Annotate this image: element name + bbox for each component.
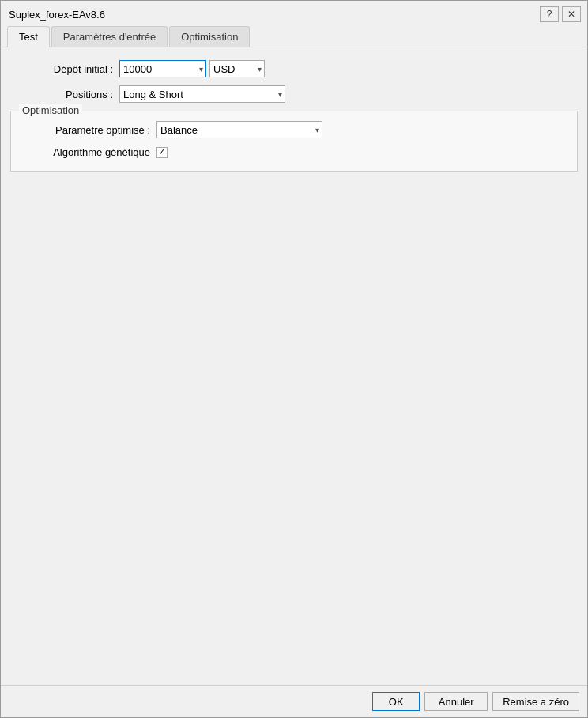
main-window: Suplex_forex-EAv8.6 ? ✕ Test Paramètres … <box>0 0 588 718</box>
title-bar-right: ? ✕ <box>540 6 581 22</box>
algorithme-row: Algorithme génétique <box>24 146 564 158</box>
title-bar: Suplex_forex-EAv8.6 ? ✕ <box>1 1 587 26</box>
tab-test[interactable]: Test <box>7 26 50 47</box>
window-title: Suplex_forex-EAv8.6 <box>9 9 105 21</box>
depot-label: Dépôt initial : <box>10 63 113 75</box>
algorithme-checkbox[interactable] <box>156 147 168 158</box>
algorithme-checkbox-wrapper <box>156 147 168 158</box>
depot-input-wrapper <box>119 60 206 77</box>
parametre-wrapper: Balance Profit Factor Drawdown Recovery … <box>156 121 322 138</box>
tab-params[interactable]: Paramètres d'entrée <box>51 26 168 47</box>
tab-optimisation[interactable]: Optimisation <box>169 26 250 47</box>
group-title: Optimisation <box>19 104 82 116</box>
depot-row: Dépôt initial : USD EUR GBP <box>10 60 578 77</box>
parametre-row: Parametre optimisé : Balance Profit Fact… <box>24 121 564 138</box>
algorithme-label: Algorithme génétique <box>24 146 150 158</box>
positions-controls: Long & Short Long only Short only <box>119 85 285 103</box>
depot-controls: USD EUR GBP <box>119 60 265 77</box>
positions-label: Positions : <box>10 89 113 100</box>
help-button[interactable]: ? <box>540 6 559 22</box>
title-bar-left: Suplex_forex-EAv8.6 <box>9 9 105 21</box>
tab-content: Dépôt initial : USD EUR GBP Positions : <box>1 47 587 685</box>
depot-input[interactable] <box>119 60 206 77</box>
positions-row: Positions : Long & Short Long only Short… <box>10 85 578 103</box>
optimisation-group: Optimisation Parametre optimisé : Balanc… <box>10 111 578 172</box>
currency-wrapper: USD EUR GBP <box>209 60 265 77</box>
annuler-button[interactable]: Annuler <box>424 692 488 711</box>
footer: OK Annuler Remise a zéro <box>1 685 587 717</box>
close-button[interactable]: ✕ <box>562 6 581 22</box>
ok-button[interactable]: OK <box>372 692 420 711</box>
parametre-label: Parametre optimisé : <box>24 124 150 136</box>
remise-button[interactable]: Remise a zéro <box>492 692 579 711</box>
positions-select[interactable]: Long & Short Long only Short only <box>119 85 285 103</box>
positions-wrapper: Long & Short Long only Short only <box>119 85 285 103</box>
parametre-select[interactable]: Balance Profit Factor Drawdown Recovery … <box>156 121 322 138</box>
tab-bar: Test Paramètres d'entrée Optimisation <box>1 26 587 47</box>
currency-select[interactable]: USD EUR GBP <box>209 60 265 77</box>
